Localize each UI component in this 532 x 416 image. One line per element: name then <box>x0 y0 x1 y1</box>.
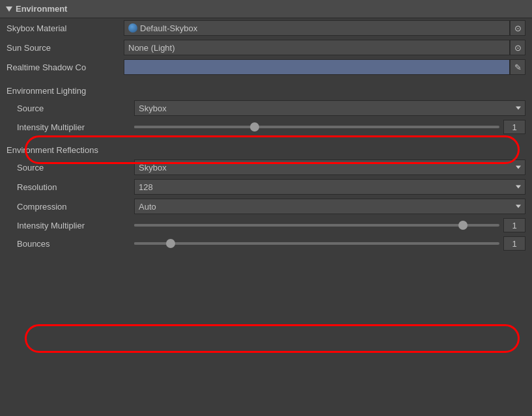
bounces-label: Bounces <box>7 239 134 249</box>
reflections-intensity-value-container: 1 <box>134 218 525 232</box>
lighting-source-row: Source Skybox <box>0 98 532 118</box>
lighting-intensity-slider-container: 1 <box>134 120 525 134</box>
resolution-row: Resolution 128 <box>0 177 532 197</box>
sun-source-row: Sun Source None (Light) ⊙ <box>0 38 532 57</box>
bounces-value-container: 1 <box>134 236 525 251</box>
compression-row: Compression Auto <box>0 197 532 216</box>
sun-source-text: None (Light) <box>128 43 175 53</box>
reflections-intensity-slider-container: 1 <box>134 218 525 232</box>
reflections-intensity-label: Intensity Multiplier <box>7 221 134 230</box>
lighting-intensity-row: Intensity Multiplier 1 <box>0 118 532 136</box>
reflections-intensity-slider-thumb[interactable] <box>458 221 468 230</box>
lighting-source-dropdown-arrow <box>516 107 521 110</box>
target-icon-2: ⊙ <box>514 43 522 53</box>
resolution-label: Resolution <box>7 182 134 192</box>
realtime-shadow-pencil-button[interactable]: ✎ <box>510 59 525 75</box>
realtime-shadow-label: Realtime Shadow Co <box>7 62 124 72</box>
sun-source-label: Sun Source <box>7 43 124 53</box>
collapse-icon <box>6 7 12 12</box>
lighting-intensity-slider-thumb[interactable] <box>250 122 259 132</box>
skybox-material-row: Skybox Material Default-Skybox ⊙ <box>0 18 532 38</box>
compression-dropdown-arrow <box>516 205 521 208</box>
bounces-slider-track[interactable] <box>134 242 499 245</box>
reflections-source-dropdown[interactable]: Skybox <box>134 159 525 175</box>
reflections-intensity-row: Intensity Multiplier 1 <box>0 216 532 234</box>
lighting-intensity-slider-track[interactable] <box>134 126 499 128</box>
lighting-source-value-container: Skybox <box>134 100 525 116</box>
pencil-icon: ✎ <box>514 62 522 72</box>
realtime-shadow-row: Realtime Shadow Co ✎ <box>0 57 532 77</box>
resolution-text: 128 <box>139 182 153 192</box>
compression-label: Compression <box>7 202 134 212</box>
lighting-intensity-value-container: 1 <box>134 120 525 134</box>
resolution-dropdown[interactable]: 128 <box>134 179 525 195</box>
compression-value-container: Auto <box>134 199 525 214</box>
bounces-row: Bounces 1 <box>0 234 532 253</box>
skybox-material-label: Skybox Material <box>7 23 124 33</box>
reflections-source-value-container: Skybox <box>134 159 525 175</box>
reflections-source-text: Skybox <box>139 163 167 173</box>
compression-text: Auto <box>139 202 156 212</box>
bounces-slider-container: 1 <box>134 236 525 251</box>
env-lighting-subsection-label: Environment Lighting <box>0 81 532 98</box>
realtime-shadow-color-field[interactable] <box>124 59 510 75</box>
reflections-intensity-value: 1 <box>512 221 516 230</box>
section-title: Environment <box>16 4 67 14</box>
bounces-value: 1 <box>512 239 516 249</box>
reflections-source-row: Source Skybox <box>0 158 532 177</box>
resolution-value-container: 128 <box>134 179 525 195</box>
sun-source-picker-button[interactable]: ⊙ <box>510 40 525 55</box>
skybox-material-picker-button[interactable]: ⊙ <box>510 20 525 36</box>
sun-source-value-container: None (Light) ⊙ <box>124 40 525 55</box>
reflections-intensity-slider-track[interactable] <box>134 224 499 227</box>
lighting-intensity-value: 1 <box>512 122 516 132</box>
lighting-source-text: Skybox <box>139 104 167 113</box>
lighting-source-dropdown[interactable]: Skybox <box>134 100 525 116</box>
skybox-globe-icon <box>128 23 137 33</box>
compression-dropdown[interactable]: Auto <box>134 199 525 214</box>
bounces-value-box[interactable]: 1 <box>503 236 525 251</box>
lighting-intensity-label: Intensity Multiplier <box>7 122 134 132</box>
env-reflections-subsection-label: Environment Reflections <box>0 140 532 158</box>
lighting-intensity-value-box[interactable]: 1 <box>503 120 525 134</box>
reflections-intensity-value-box[interactable]: 1 <box>503 218 525 232</box>
reflections-source-label: Source <box>7 163 134 173</box>
skybox-material-value-container: Default-Skybox ⊙ <box>124 20 525 36</box>
skybox-material-field[interactable]: Default-Skybox <box>124 20 510 36</box>
target-icon: ⊙ <box>514 23 522 33</box>
bounces-slider-fill <box>134 242 171 245</box>
annotation-oval-2 <box>25 324 520 353</box>
environment-section-header[interactable]: Environment <box>0 0 532 18</box>
reflections-intensity-slider-fill <box>134 224 463 227</box>
skybox-material-text: Default-Skybox <box>140 23 197 33</box>
lighting-source-label: Source <box>7 104 134 113</box>
sun-source-field[interactable]: None (Light) <box>124 40 510 55</box>
realtime-shadow-value-container: ✎ <box>124 59 525 75</box>
lighting-intensity-slider-fill <box>134 126 255 128</box>
reflections-source-dropdown-arrow <box>516 166 521 169</box>
resolution-dropdown-arrow <box>516 186 521 189</box>
bounces-slider-thumb[interactable] <box>166 239 175 248</box>
